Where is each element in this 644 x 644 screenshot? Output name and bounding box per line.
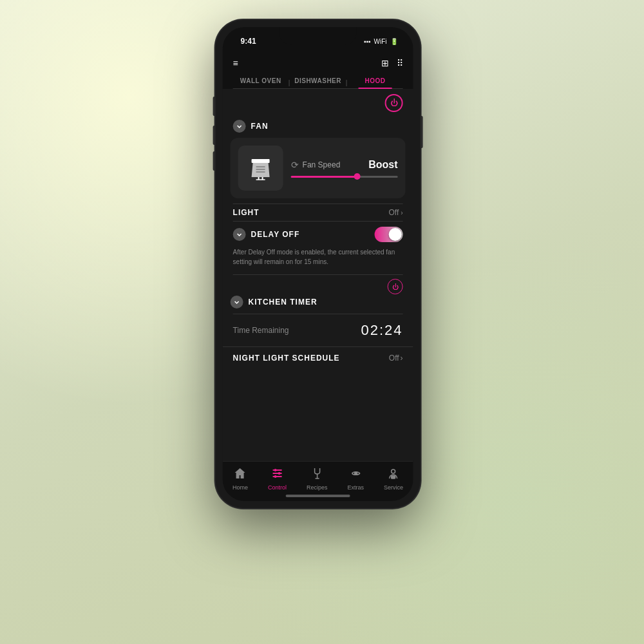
svg-rect-0	[252, 159, 270, 163]
fan-info: ⟳ Fan Speed Boost	[291, 159, 398, 178]
nav-tabs: WALL OVEN | DISHWASHER | HOOD	[233, 73, 403, 89]
fan-section-header: FAN	[223, 115, 413, 138]
phone-frame: 9:41 ▪▪▪ WiFi 🔋 ≡ ⊞ ⠿	[215, 19, 421, 509]
signal-icon: ▪▪▪	[364, 38, 371, 45]
delay-off-header: DELAY OFF	[231, 222, 406, 247]
hood-icon	[247, 154, 275, 182]
fan-speed-label: Fan Speed	[303, 160, 341, 169]
extras-nav-label: Extras	[348, 484, 365, 491]
night-light-chevron: ›	[401, 354, 403, 363]
timer-label: Time Remaining	[233, 326, 289, 335]
fan-section-title: FAN	[251, 122, 269, 131]
timer-separator	[233, 314, 403, 314]
service-nav-label: Service	[384, 484, 403, 491]
nav-recipes[interactable]: Recipes	[307, 467, 328, 491]
battery-icon: 🔋	[390, 38, 398, 45]
light-status-row[interactable]: Off ›	[388, 208, 402, 217]
tab-hood[interactable]: HOOD	[347, 73, 402, 88]
power-icon: ⏻	[390, 99, 398, 108]
header-right-icons: ⊞ ⠿	[381, 58, 403, 68]
home-nav-icon	[234, 467, 247, 483]
notch	[279, 27, 357, 45]
timer-power-button[interactable]: ⏻	[388, 279, 403, 294]
kitchen-timer-header: KITCHEN TIMER	[231, 296, 406, 308]
toggle-knob	[389, 228, 402, 241]
night-light-status-text: Off	[389, 354, 399, 363]
night-light-title: NIGHT LIGHT SCHEDULE	[233, 354, 340, 363]
wifi-icon: WiFi	[374, 38, 387, 45]
recipes-nav-icon	[310, 467, 323, 483]
power-row: ⏻	[223, 89, 413, 115]
nav-control[interactable]: Control	[268, 467, 287, 491]
fan-slider-thumb	[354, 173, 361, 180]
add-device-icon[interactable]: ⊞	[381, 58, 389, 68]
light-chevron-icon: ›	[401, 209, 402, 216]
nav-service[interactable]: Service	[384, 467, 403, 491]
timer-power-icon: ⏻	[392, 283, 399, 290]
delay-toggle-switch[interactable]	[375, 227, 403, 242]
timer-value: 02:24	[361, 322, 403, 339]
svg-point-12	[354, 472, 357, 475]
timer-row: Time Remaining 02:24	[231, 319, 406, 341]
kitchen-expand-icon[interactable]	[231, 296, 243, 308]
svg-point-7	[274, 469, 277, 471]
header-top: ≡ ⊞ ⠿	[233, 58, 403, 68]
fan-expand-icon[interactable]	[233, 120, 246, 133]
fan-speed-row: ⟳ Fan Speed Boost	[291, 159, 398, 171]
grid-icon[interactable]: ⠿	[397, 58, 403, 68]
svg-rect-14	[392, 476, 395, 478]
night-light-row[interactable]: NIGHT LIGHT SCHEDULE Off ›	[223, 346, 413, 369]
control-nav-label: Control	[268, 484, 287, 491]
fan-control-box: ⟳ Fan Speed Boost	[231, 138, 406, 198]
svg-point-8	[278, 472, 281, 475]
svg-point-13	[392, 469, 395, 473]
delay-off-title: DELAY OFF	[251, 230, 300, 239]
delay-expand-icon[interactable]	[233, 228, 246, 241]
nav-extras[interactable]: Extras	[348, 467, 365, 491]
delay-off-section: DELAY OFF After Delay Off mode is enable…	[223, 222, 413, 274]
power-button[interactable]: ⏻	[385, 94, 403, 112]
home-nav-label: Home	[232, 484, 248, 491]
extras-nav-icon	[349, 467, 362, 483]
kitchen-timer-section: ⏻ KITCHEN TIMER	[223, 275, 413, 346]
phone-screen: 9:41 ▪▪▪ WiFi 🔋 ≡ ⊞ ⠿	[223, 27, 413, 501]
tab-wall-oven[interactable]: WALL OVEN	[233, 73, 289, 88]
tab-dishwasher[interactable]: DISHWASHER	[290, 73, 345, 88]
fan-speed-slider[interactable]	[291, 176, 398, 178]
home-indicator	[286, 495, 350, 497]
fan-speed-icon: ⟳	[291, 160, 299, 170]
recipes-nav-label: Recipes	[307, 484, 328, 491]
status-icons: ▪▪▪ WiFi 🔋	[364, 38, 398, 45]
control-nav-icon	[271, 467, 284, 483]
svg-point-9	[274, 475, 277, 478]
nav-home[interactable]: Home	[232, 467, 248, 491]
status-bar: 9:41 ▪▪▪ WiFi 🔋	[223, 27, 413, 55]
app-header: ≡ ⊞ ⠿ WALL OVEN | DISHWASHER |	[223, 55, 413, 89]
kitchen-timer-title: KITCHEN TIMER	[249, 298, 317, 307]
hamburger-icon[interactable]: ≡	[233, 59, 238, 68]
delay-toggle[interactable]	[375, 227, 403, 242]
fan-icon-box	[238, 146, 283, 191]
light-section-title: LIGHT	[233, 208, 260, 217]
fan-speed-value: Boost	[368, 159, 397, 171]
status-time: 9:41	[241, 37, 256, 46]
service-nav-icon	[387, 467, 400, 483]
app-content: ⏻ FAN	[223, 89, 413, 461]
light-status-text: Off	[388, 208, 399, 217]
night-light-status: Off ›	[389, 354, 403, 363]
delay-description: After Delay Off mode is enabled, the cur…	[231, 247, 406, 269]
phone-container: 9:41 ▪▪▪ WiFi 🔋 ≡ ⊞ ⠿	[215, 19, 421, 509]
